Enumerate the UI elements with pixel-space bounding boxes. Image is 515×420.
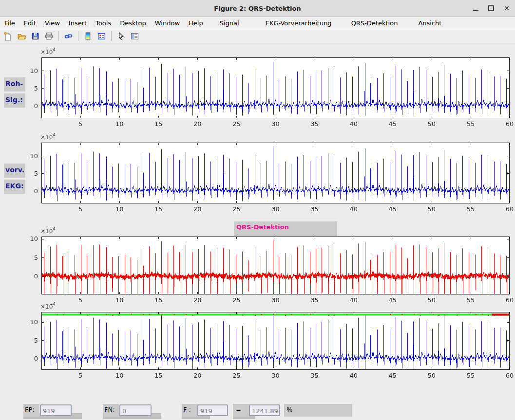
- open-file-button[interactable]: [16, 31, 27, 42]
- label-vorv-ekg-2: EKG:: [4, 180, 25, 194]
- print-icon: [44, 32, 54, 41]
- insert-legend-button[interactable]: [96, 31, 107, 42]
- maximize-button[interactable]: [486, 3, 496, 14]
- link-plots-button[interactable]: [63, 31, 74, 42]
- link-plots-icon: [64, 32, 73, 41]
- edit-plot-button[interactable]: [115, 31, 127, 42]
- menu-signal[interactable]: Signal: [215, 18, 244, 28]
- fp-field[interactable]: [40, 404, 72, 416]
- maximize-icon: [488, 5, 494, 11]
- f-label: F :: [182, 404, 198, 417]
- arrow-cursor-icon: [116, 32, 126, 41]
- percent-label: %: [284, 404, 352, 417]
- toolbar-separator: [78, 31, 78, 41]
- menu-ansicht[interactable]: Ansicht: [414, 18, 446, 28]
- titlebar: Figure 2: QRS-Detektion ✕: [0, 0, 515, 17]
- window-controls: ✕: [470, 0, 512, 17]
- f-field[interactable]: [197, 404, 228, 416]
- close-button[interactable]: ✕: [501, 3, 512, 14]
- save-button[interactable]: [30, 31, 41, 42]
- menu-desktop[interactable]: Desktop: [115, 18, 151, 28]
- minimize-icon: [473, 10, 478, 11]
- figure-window: Figure 2: QRS-Detektion ✕ File Edit View…: [0, 0, 515, 420]
- menu-help[interactable]: Help: [184, 18, 208, 28]
- property-editor-button[interactable]: [129, 31, 140, 42]
- plot-detection-result: [27, 302, 515, 382]
- toolbar: [0, 29, 515, 43]
- plot-raw-ecg: [27, 48, 515, 130]
- label-roh-signal-1: Roh-: [4, 77, 25, 91]
- save-icon: [31, 32, 40, 41]
- label-roh-signal-2: Sig.:: [4, 93, 25, 108]
- menu-insert[interactable]: Insert: [64, 18, 91, 28]
- plot-qrs-filtered: [27, 227, 515, 306]
- fn-field[interactable]: [119, 404, 152, 416]
- f-percent-field[interactable]: [249, 404, 280, 416]
- menu-file[interactable]: File: [0, 18, 19, 28]
- menu-tools[interactable]: Tools: [91, 18, 115, 28]
- open-folder-icon: [17, 32, 26, 41]
- fp-label: FP:: [23, 404, 39, 417]
- menu-qrs-detektion[interactable]: QRS-Detektion: [347, 18, 402, 28]
- fn-label: FN:: [103, 404, 119, 417]
- new-document-button[interactable]: [2, 31, 14, 42]
- colorbar-icon: [83, 32, 93, 41]
- minimize-button[interactable]: [470, 3, 481, 14]
- menu-ekg-vorverarbeitung[interactable]: EKG-Vorverarbeitung: [261, 18, 336, 28]
- equals-label: =: [233, 404, 249, 417]
- insert-colorbar-button[interactable]: [82, 31, 94, 42]
- plot-preprocessed-ecg: [27, 133, 515, 215]
- menubar: File Edit View Insert Tools Desktop Wind…: [0, 17, 515, 29]
- property-editor-icon: [130, 32, 139, 41]
- window-title: Figure 2: QRS-Detektion: [214, 5, 301, 12]
- label-vorv-ekg-1: vorv.: [4, 164, 25, 178]
- menu-window[interactable]: Window: [151, 18, 184, 28]
- legend-icon: [97, 32, 106, 41]
- new-document-icon: [3, 32, 13, 41]
- print-button[interactable]: [43, 31, 55, 42]
- toolbar-separator: [111, 31, 112, 41]
- menu-edit[interactable]: Edit: [19, 18, 40, 28]
- close-icon: ✕: [504, 4, 510, 12]
- toolbar-separator: [58, 31, 59, 41]
- menu-view[interactable]: View: [40, 18, 64, 28]
